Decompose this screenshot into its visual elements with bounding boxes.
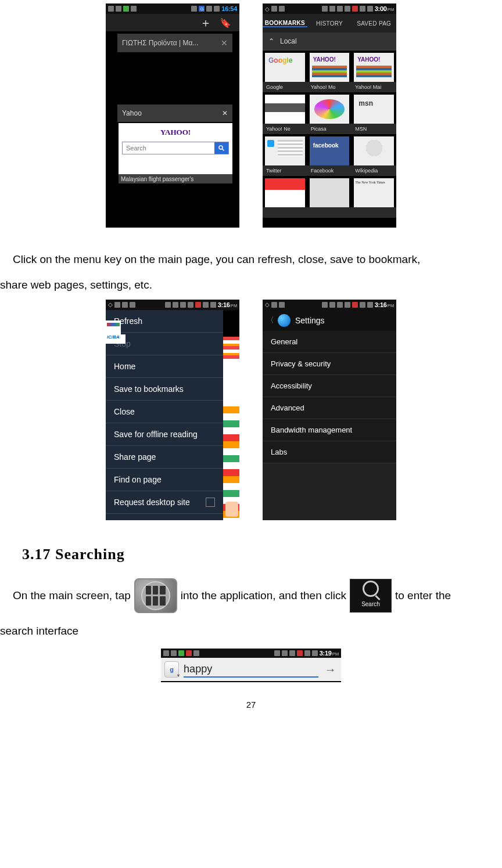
bookmark-item[interactable]: Yahoo! Ne (263, 92, 307, 134)
screenshot-settings: ◇ 3:16PM 〈 Settings (263, 300, 396, 520)
search-provider-icon[interactable]: g (164, 661, 179, 678)
menu-item-share[interactable]: Share page (106, 446, 223, 469)
status-icon (345, 6, 350, 12)
bookmark-icon[interactable]: 🔖 (220, 17, 231, 28)
battery-icon (367, 302, 373, 308)
search-input[interactable] (123, 142, 214, 154)
svg-line-1 (223, 149, 224, 151)
bookmark-item[interactable] (263, 176, 307, 218)
menu-item-find[interactable]: Find on page (106, 469, 223, 491)
close-icon[interactable]: ✕ (221, 38, 228, 48)
status-icon (297, 650, 303, 656)
status-icon (195, 302, 201, 308)
status-icon (131, 6, 137, 12)
text-segment: On the main screen, tap (13, 584, 131, 608)
tab-title: ΓΙΩΤΗΣ Προϊόντα | Μα... (122, 39, 198, 47)
signal-icon (203, 302, 209, 308)
status-icon (279, 6, 285, 12)
menu-item-close[interactable]: Close (106, 401, 223, 423)
tab-inactive[interactable]: ΓΙΩΤΗΣ Προϊόντα | Μα... ✕ (117, 34, 232, 52)
tab-history[interactable]: HISTORY (307, 20, 352, 27)
menu-item-home[interactable]: Home (106, 355, 223, 378)
signal-icon (206, 6, 212, 12)
bluetooth-icon (322, 6, 328, 12)
settings-item-advanced[interactable]: Advanced (263, 397, 396, 419)
menu-item-desktop-site[interactable]: Request desktop site (106, 491, 223, 514)
battery-icon (312, 650, 318, 656)
settings-header[interactable]: 〈 Settings (263, 310, 396, 331)
new-tab-icon[interactable]: ＋ (200, 15, 211, 31)
status-icon (130, 302, 135, 308)
tab-preview[interactable]: YAHOO! Malaysian flight passenger's (119, 123, 232, 183)
bluetooth-icon (274, 650, 280, 656)
settings-item-labs[interactable]: Labs (263, 441, 396, 463)
clock: 3:00PM (375, 5, 394, 12)
bookmark-grid: Google Yahoo! Mo Yahoo! Mai Yahoo! Ne Pi… (263, 51, 396, 218)
settings-title: Settings (295, 316, 325, 325)
menu-item-save-offline[interactable]: Save for offline reading (106, 423, 223, 446)
back-icon[interactable]: 〈 (266, 315, 274, 326)
clock: 3:19PM (320, 650, 339, 657)
bookmark-item[interactable]: Wikipedia (352, 134, 396, 176)
settings-item-privacy[interactable]: Privacy & security (263, 353, 396, 375)
menu-item-label: Request desktop site (114, 498, 190, 507)
menu-item-bookmarks-history[interactable]: Bookmarks/History (106, 514, 223, 520)
tab-saved[interactable]: SAVED PAG (352, 20, 396, 27)
search-app-icon: Search (350, 579, 392, 613)
close-icon[interactable]: ✕ (222, 109, 228, 117)
status-icon (193, 650, 199, 656)
battery-icon (367, 6, 373, 12)
background-thumbnail (106, 320, 121, 334)
screenshot-browser-tabs: G 16:54 ＋ 🔖 ΓΙΩΤΗΣ Προϊόντα | Μα... ✕ Ya… (106, 3, 239, 228)
search-input[interactable] (184, 662, 318, 678)
status-icon (271, 6, 277, 12)
status-icon (123, 6, 129, 12)
section-heading: 3.17 Searching (22, 546, 502, 563)
body-text: On the main screen, tap into the applica… (0, 578, 502, 613)
page-number: 27 (0, 700, 502, 709)
go-button[interactable]: → (323, 661, 338, 678)
status-icon (279, 302, 285, 308)
bookmark-item[interactable] (307, 176, 352, 218)
signal-icon (304, 650, 310, 656)
settings-item-general[interactable]: General (263, 331, 396, 353)
chevron-up-icon: ⌃ (268, 37, 274, 45)
battery-icon (214, 6, 220, 12)
menu-item-refresh[interactable]: Refresh (106, 310, 223, 333)
menu-item-save-bookmark[interactable]: Save to bookmarks (106, 378, 223, 401)
folder-label: Local (280, 37, 297, 45)
checkbox[interactable] (206, 498, 215, 507)
bookmark-item[interactable]: MSN (352, 92, 396, 134)
news-ticker: Malaysian flight passenger's (119, 174, 232, 183)
status-icon (122, 302, 128, 308)
tab-bookmarks[interactable]: BOOKMARKS (263, 20, 307, 27)
bookmark-item[interactable]: Facebook (307, 134, 352, 176)
sync-icon (289, 650, 295, 656)
folder-header[interactable]: ⌃ Local (263, 33, 396, 51)
text-segment: into the application, and then click (181, 584, 346, 608)
settings-item-accessibility[interactable]: Accessibility (263, 375, 396, 397)
toolbar: ＋ 🔖 (106, 14, 239, 31)
bookmark-item[interactable]: Twitter (263, 134, 307, 176)
background-image (225, 502, 238, 517)
text-segment: to enter the (395, 584, 451, 608)
clock: 3:16PM (218, 301, 237, 308)
body-text: Click on the menu key on the main page, … (0, 247, 502, 272)
bookmark-item[interactable]: Picasa (307, 92, 352, 134)
tab-active[interactable]: Yahoo ✕ (117, 105, 232, 122)
status-icon (271, 302, 277, 308)
battery-icon (210, 302, 216, 308)
screenshot-browser-menu: ◇ 3:16PM iC/BA (106, 300, 239, 520)
clock: 16:54 (221, 5, 237, 12)
svg-point-0 (219, 146, 223, 149)
bookmark-item[interactable]: Yahoo! Mai (352, 51, 396, 92)
status-bar: ◇ 3:00PM (263, 3, 396, 14)
signal-icon (360, 6, 365, 12)
bookmark-item[interactable]: Google (263, 51, 307, 92)
status-icon (352, 6, 358, 12)
search-button[interactable] (214, 142, 228, 154)
settings-item-bandwidth[interactable]: Bandwidth management (263, 419, 396, 441)
bookmark-item[interactable] (352, 176, 396, 218)
screenshot-bookmarks: ◇ 3:00PM BOOKMARKS HISTORY (263, 3, 396, 228)
bookmark-item[interactable]: Yahoo! Mo (307, 51, 352, 92)
